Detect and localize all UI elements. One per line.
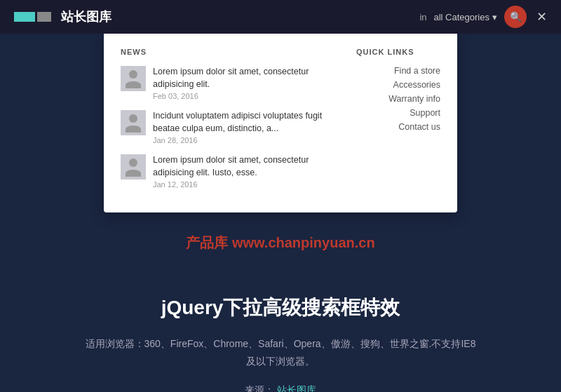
- contact-link[interactable]: Contact us: [356, 122, 440, 132]
- news-date: Feb 03, 2016: [153, 92, 328, 100]
- quick-links-list: Find a store Accessories Warranty info S…: [356, 66, 440, 132]
- news-content: Lorem ipsum dolor sit amet, consectetur …: [153, 66, 328, 100]
- logo-area: 站长图库: [14, 8, 111, 25]
- list-item[interactable]: Support: [356, 108, 440, 118]
- main-content: jQuery下拉高级搜索框特效 适用浏览器：360、FireFox、Chrome…: [0, 252, 561, 392]
- list-item[interactable]: Contact us: [356, 122, 440, 132]
- news-content: Incidunt voluptatem adipisci voluptates …: [153, 110, 328, 144]
- logo-bars: [14, 12, 51, 22]
- news-headline: Lorem ipsum dolor sit amet, consectetur …: [153, 154, 328, 179]
- chevron-down-icon: ▾: [492, 12, 497, 22]
- news-headline: Incidunt voluptatem adipisci voluptates …: [153, 110, 328, 135]
- avatar: [121, 110, 146, 135]
- news-section-title: NEWS: [121, 48, 328, 56]
- navbar-right: in all Categories ▾ 🔍 ✕: [419, 6, 547, 28]
- page-title: jQuery下拉高级搜索框特效: [14, 295, 547, 321]
- main-description: 适用浏览器：360、FireFox、Chrome、Safari、Opera、傲游…: [84, 335, 477, 370]
- source-line: 来源： 站长图库: [14, 384, 547, 392]
- news-date: Jan 12, 2016: [153, 180, 328, 189]
- in-label: in: [419, 12, 426, 22]
- list-item[interactable]: Accessories: [356, 80, 440, 90]
- quick-links-section: QUICK LINKS Find a store Accessories War…: [356, 48, 440, 198]
- search-button[interactable]: 🔍: [504, 6, 527, 28]
- list-item[interactable]: Find a store: [356, 66, 440, 76]
- watermark-area: 产品库 www.chanpinyuan.cn: [0, 212, 561, 252]
- news-headline: Lorem ipsum dolor sit amet, consectetur …: [153, 66, 328, 90]
- news-content: Lorem ipsum dolor sit amet, consectetur …: [153, 154, 328, 189]
- close-button[interactable]: ✕: [536, 9, 547, 25]
- logo-bar-gray: [37, 12, 51, 22]
- logo-title: 站长图库: [61, 8, 111, 25]
- logo-bar-teal: [14, 12, 35, 22]
- navbar: 站长图库 in all Categories ▾ 🔍 ✕: [0, 0, 561, 34]
- news-item[interactable]: Incidunt voluptatem adipisci voluptates …: [121, 110, 328, 144]
- category-label: all Categories: [434, 12, 490, 22]
- news-item[interactable]: Lorem ipsum dolor sit amet, consectetur …: [121, 154, 328, 189]
- find-store-link[interactable]: Find a store: [356, 66, 440, 76]
- support-link[interactable]: Support: [356, 108, 440, 118]
- avatar: [121, 66, 146, 91]
- dropdown-panel: NEWS Lorem ipsum dolor sit amet, consect…: [104, 34, 457, 212]
- quick-links-title: QUICK LINKS: [356, 48, 440, 56]
- avatar: [121, 154, 146, 180]
- source-label: 来源：: [245, 384, 274, 392]
- watermark-text: 产品库 www.chanpinyuan.cn: [186, 235, 374, 250]
- news-section: NEWS Lorem ipsum dolor sit amet, consect…: [121, 48, 328, 198]
- accessories-link[interactable]: Accessories: [356, 80, 440, 90]
- news-item[interactable]: Lorem ipsum dolor sit amet, consectetur …: [121, 66, 328, 100]
- search-icon: 🔍: [510, 11, 522, 22]
- warranty-info-link[interactable]: Warranty info: [356, 94, 440, 104]
- source-link[interactable]: 站长图库: [277, 384, 316, 392]
- news-date: Jan 28, 2016: [153, 136, 328, 144]
- list-item[interactable]: Warranty info: [356, 94, 440, 104]
- category-dropdown[interactable]: all Categories ▾: [434, 12, 498, 22]
